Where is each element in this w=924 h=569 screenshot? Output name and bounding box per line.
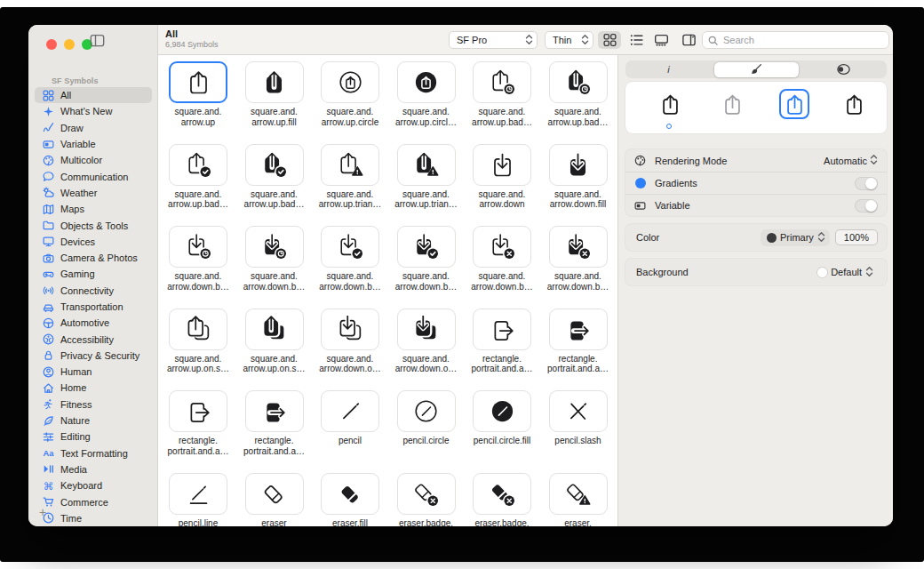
symbol-cell-pencil.circle[interactable]: pencil.circle (397, 390, 456, 446)
sidebar-item-maps[interactable]: Maps (35, 201, 152, 217)
sidebar-item-home[interactable]: Home (35, 380, 152, 396)
symbol-cell-square.and.arrow.down.o[interactable]: square.and.arrow.down.o… (321, 309, 379, 374)
symbol-cell-eraser.badge.[interactable]: eraser.badge. (473, 473, 531, 527)
add-collection-button[interactable]: + (39, 505, 46, 519)
inspector-tab-paintbrush[interactable] (714, 62, 799, 77)
sidebar-item-multicolor[interactable]: Multicolor (35, 152, 152, 168)
rendering-preview-0[interactable] (655, 89, 685, 119)
sidebar-item-time[interactable]: Time (35, 510, 152, 526)
gradients-toggle[interactable] (855, 177, 878, 190)
sidebar-item-automotive[interactable]: Automotive (35, 315, 152, 331)
font-select[interactable]: SF Pro (449, 31, 538, 49)
sidebar-item-label: Communication (60, 172, 128, 182)
symbol-cell-eraser.[interactable]: eraser. (549, 473, 608, 527)
symbol-cell-pencil.circle.fill[interactable]: pencil.circle.fill (473, 390, 531, 446)
sidebar-item-connectivity[interactable]: Connectivity (35, 283, 152, 299)
inspector-tab-info[interactable]: i (627, 62, 712, 77)
rect-arrow-fill-symbol-icon (245, 390, 304, 432)
sidebar-item-commerce[interactable]: Commerce (35, 493, 152, 509)
symbol-cell-square.and.arrow.up.on.s[interactable]: square.and.arrow.up.on.s… (169, 309, 227, 374)
sidebar-item-objects-tools[interactable]: Objects & Tools (35, 217, 152, 233)
sidebar-item-gaming[interactable]: Gaming (35, 266, 152, 282)
symbol-cell-square.and.arrow.up.trian[interactable]: square.and.arrow.up.trian… (321, 144, 379, 210)
sidebar-item-text-formatting[interactable]: AaText Formatting (35, 445, 152, 461)
symbol-cell-rectangle.portrait.and.a[interactable]: rectangle.portrait.and.a… (473, 309, 531, 374)
variable-toggle[interactable] (855, 199, 878, 212)
symbol-name-label: square.and.arrow.down.b… (160, 271, 236, 292)
rendering-preview-3[interactable] (839, 89, 869, 119)
symbol-name-label: square.and.arrow.up.fill (236, 107, 313, 127)
background-select[interactable]: Default (811, 264, 878, 281)
info-icon: i (664, 64, 674, 75)
sidebar-toggle-icon[interactable] (89, 34, 105, 48)
sidebar-item-what-s-new[interactable]: What's New (35, 103, 152, 119)
sidebar-item-transportation[interactable]: Transportation (35, 299, 152, 315)
sidebar-item-nature[interactable]: Nature (35, 413, 152, 429)
symbol-cell-square.and.arrow.down.b[interactable]: square.and.arrow.down.b… (245, 226, 304, 292)
symbol-cell-eraser.badge.[interactable]: eraser.badge. (397, 473, 456, 527)
symbol-cell-pencil[interactable]: pencil (321, 390, 379, 446)
sidebar-item-editing[interactable]: Editing (35, 429, 152, 445)
symbol-cell-square.and.arrow.down.b[interactable]: square.and.arrow.down.b… (549, 226, 608, 292)
symbol-cell-eraser[interactable]: eraser (245, 473, 304, 527)
symbol-cell-square.and.arrow.down.b[interactable]: square.and.arrow.down.b… (473, 226, 531, 292)
symbol-cell-rectangle.portrait.and.a[interactable]: rectangle.portrait.and.a… (549, 309, 608, 374)
symbol-cell-square.and.arrow.down.b[interactable]: square.and.arrow.down.b… (321, 226, 379, 292)
sidebar-item-all[interactable]: All (35, 87, 152, 103)
sidebar-item-fitness[interactable]: Fitness (35, 397, 152, 413)
rendering-mode-select[interactable]: Automatic (824, 154, 878, 167)
sidebar-item-privacy-security[interactable]: Privacy & Security (35, 348, 152, 364)
grid-view-button[interactable] (598, 31, 621, 49)
sidebar-item-human[interactable]: Human (35, 364, 152, 380)
sidebar-item-accessibility[interactable]: Accessibility (35, 331, 152, 347)
symbol-name-label: square.and.arrow.down (464, 189, 540, 210)
rendering-preview-2[interactable] (779, 89, 809, 119)
symbol-cell-square.and.arrow.up.bad[interactable]: square.and.arrow.up.bad… (169, 144, 227, 210)
sq-up-symbol-icon (169, 61, 227, 103)
symbol-cell-square.and.arrow.down[interactable]: square.and.arrow.down (473, 144, 531, 210)
close-button[interactable] (46, 39, 57, 50)
symbol-cell-square.and.arrow.up.fill[interactable]: square.and.arrow.up.fill (245, 61, 304, 127)
symbol-cell-square.and.arrow.up.bad[interactable]: square.and.arrow.up.bad… (549, 61, 608, 127)
rect-arrow-fill-symbol-icon (549, 309, 608, 350)
symbol-cell-square.and.arrow.up.bad[interactable]: square.and.arrow.up.bad… (245, 144, 304, 210)
symbol-cell-square.and.arrow.down.b[interactable]: square.and.arrow.down.b… (397, 226, 456, 292)
sidebar-item-devices[interactable]: Devices (35, 234, 152, 250)
symbol-cell-square.and.arrow.up[interactable]: square.and.arrow.up (169, 61, 227, 127)
symbol-cell-pencil.line[interactable]: pencil.line (169, 473, 227, 527)
sidebar-item-communication[interactable]: Communication (35, 168, 152, 184)
inspector-tab-animate[interactable] (801, 62, 886, 77)
symbol-cell-rectangle.portrait.and.a[interactable]: rectangle.portrait.and.a… (245, 390, 304, 456)
symbol-cell-eraser.fill[interactable]: eraser.fill (321, 473, 379, 527)
symbol-cell-square.and.arrow.up.on.s[interactable]: square.and.arrow.up.on.s… (245, 309, 304, 374)
symbol-cell-square.and.arrow.up.circl[interactable]: square.and.arrow.up.circl… (397, 61, 456, 127)
symbol-cell-square.and.arrow.up.trian[interactable]: square.and.arrow.up.trian… (397, 144, 456, 210)
rendering-preview-1[interactable] (717, 89, 747, 119)
color-select[interactable]: Primary (761, 229, 830, 246)
sidebar-item-media[interactable]: Media (35, 461, 152, 477)
symbol-name-label: rectangle.portrait.and.a… (160, 436, 236, 456)
sidebar-item-label: Text Formatting (60, 448, 128, 459)
sidebar-item-draw[interactable]: Draw (35, 120, 152, 136)
gallery-view-button[interactable] (649, 31, 673, 49)
symbol-name-label: square.and.arrow.up (160, 107, 236, 127)
opacity-field[interactable]: 100% (835, 229, 878, 245)
symbol-cell-square.and.arrow.up.circle[interactable]: square.and.arrow.up.circle (321, 61, 379, 127)
symbol-cell-square.and.arrow.down.o[interactable]: square.and.arrow.down.o… (397, 309, 456, 374)
sidebar-item-camera-photos[interactable]: Camera & Photos (35, 250, 152, 266)
symbol-cell-pencil.slash[interactable]: pencil.slash (549, 390, 608, 446)
search-field[interactable] (702, 31, 889, 49)
symbol-cell-rectangle.portrait.and.a[interactable]: rectangle.portrait.and.a… (169, 390, 227, 456)
weight-select[interactable]: Thin (545, 31, 593, 49)
panel-view-button[interactable] (677, 31, 700, 49)
sq-down-badge-check-symbol-icon (321, 226, 379, 268)
sidebar-item-weather[interactable]: Weather (35, 185, 152, 201)
sidebar-item-keyboard[interactable]: ⌘Keyboard (35, 477, 152, 493)
sidebar-item-variable[interactable]: Variable (35, 136, 152, 152)
list-view-button[interactable] (625, 31, 648, 49)
minimize-button[interactable] (64, 39, 75, 50)
symbol-cell-square.and.arrow.down.b[interactable]: square.and.arrow.down.b… (169, 226, 227, 292)
symbol-cell-square.and.arrow.up.bad[interactable]: square.and.arrow.up.bad… (473, 61, 531, 127)
symbol-cell-square.and.arrow.down.fill[interactable]: square.and.arrow.down.fill (549, 144, 608, 210)
search-input[interactable] (721, 34, 883, 46)
